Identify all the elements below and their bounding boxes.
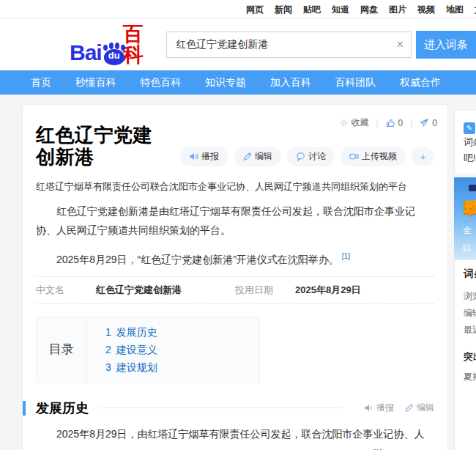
- pencil-icon: [404, 403, 414, 413]
- plus-icon: ＋: [418, 150, 428, 163]
- nav-miaodong[interactable]: 秒懂百科: [75, 76, 116, 89]
- section-edit-button[interactable]: 编辑: [404, 402, 434, 414]
- pencil-icon: [242, 152, 252, 161]
- logo-text-bai: Bai: [70, 40, 102, 65]
- reference-link[interactable]: [1]: [342, 252, 350, 260]
- collect-button[interactable]: ☆ 收藏: [340, 117, 369, 129]
- section-title: 发展历史: [36, 399, 89, 417]
- section-marker: [23, 401, 26, 416]
- promo-text: 吧!: [464, 152, 476, 163]
- main-area: ☆ 收藏 | 0 | 0 红色辽宁党建创新港: [0, 95, 476, 450]
- basic-info-value: 红色辽宁党建创新港: [96, 284, 182, 297]
- like-count: 0: [398, 118, 404, 128]
- divider: |: [410, 118, 412, 128]
- top-nav-netdisk[interactable]: 网盘: [360, 4, 378, 16]
- nav-home[interactable]: 首页: [31, 76, 51, 89]
- star-icon: ☆: [340, 117, 349, 128]
- nav-authority[interactable]: 权威合作: [400, 76, 441, 89]
- section-divider: [100, 407, 342, 408]
- top-nav: 网页 新闻 贴吧 知道 网盘 图片 视频 地图 文库: [246, 4, 476, 16]
- intro-paragraph-2: 2025年8月29日，“红色辽宁党建创新港”开港仪式在沈阳举办。[1]: [36, 247, 434, 269]
- share-count: 0: [432, 118, 437, 128]
- site-nav: 首页 秒懂百科 特色百科 知识专题 加入百科 百科团队 权威合作: [0, 70, 476, 95]
- baidu-paw-icon: du: [103, 43, 121, 65]
- top-nav-webpage[interactable]: 网页: [246, 4, 264, 16]
- entry-stats-card: 词条统计 浏览次数： 编辑次数： 最近更新： 突出贡献榜 夏期: [454, 259, 476, 450]
- search-input[interactable]: [167, 32, 410, 57]
- title-buttons: 播报 编辑 讨论: [180, 147, 434, 166]
- stats-row-views: 浏览次数：: [464, 288, 476, 305]
- divider: |: [376, 118, 378, 128]
- section-history-paragraph: 2025年8月29日，由红塔辽宁烟草有限责任公司发起，联合沈阳市企事业记协、人民…: [36, 424, 434, 450]
- stats-title: 词条统计: [464, 268, 476, 281]
- basic-info-label: 中文名: [36, 284, 96, 297]
- thumbs-up-icon: [386, 118, 395, 128]
- basic-info-item: 中文名 红色辽宁党建创新港: [36, 284, 235, 297]
- nav-join[interactable]: 加入百科: [270, 76, 311, 89]
- logo-text-baike: 百科: [123, 24, 155, 65]
- banner-headline: 攀: [463, 197, 476, 219]
- like-button[interactable]: 0: [386, 118, 404, 128]
- entry-summary: 红塔辽宁烟草有限责任公司联合沈阳市企事业记协、人民网辽宁频道共同组织策划的平台: [36, 180, 434, 194]
- nav-topics[interactable]: 知识专题: [205, 76, 246, 89]
- nav-featured[interactable]: 特色百科: [140, 76, 181, 89]
- section-broadcast-button[interactable]: 播报: [364, 402, 394, 414]
- add-button[interactable]: ＋: [412, 147, 434, 166]
- toc-item-significance[interactable]: 2建设意义: [105, 341, 157, 358]
- enter-entry-button[interactable]: 进入词条: [416, 31, 476, 59]
- top-nav-maps[interactable]: 地图: [446, 4, 464, 16]
- search-box: ×: [166, 32, 411, 58]
- speaker-icon: [189, 152, 198, 161]
- toc-item-planning[interactable]: 3建设规划: [105, 358, 157, 376]
- banner-subline: 全: [463, 224, 476, 237]
- entry-promo-card[interactable]: ✎ 词条 吧!: [454, 109, 476, 174]
- basic-info-label: 投用日期: [235, 284, 295, 297]
- basic-info-table: 中文名 红色辽宁党建创新港 投用日期 2025年8月29日: [36, 276, 434, 304]
- top-nav-zhidao[interactable]: 知道: [332, 4, 349, 16]
- discuss-button[interactable]: 讨论: [287, 147, 335, 166]
- contributors-title: 突出贡献榜: [464, 350, 476, 364]
- promo-text: 词条: [464, 136, 476, 147]
- table-of-contents: 目录 1发展历史 2建设意义 3建设规划: [36, 316, 260, 383]
- basic-info-value: 2025年8月29日: [295, 284, 361, 297]
- article-card: ☆ 收藏 | 0 | 0 红色辽宁党建创新港: [22, 104, 448, 450]
- contributor-username[interactable]: 夏期: [464, 371, 476, 383]
- intro-paragraph-1: 红色辽宁党建创新港是由红塔辽宁烟草有限责任公司发起，联合沈阳市企事业记协、人民网…: [36, 202, 434, 240]
- clear-search-icon[interactable]: ×: [396, 37, 403, 52]
- broadcast-button[interactable]: 播报: [180, 147, 228, 166]
- top-nav-video[interactable]: 视频: [417, 4, 435, 16]
- banner-subline: 以: [463, 241, 476, 254]
- share-icon: [420, 118, 429, 128]
- upload-video-button[interactable]: 上传视频: [341, 147, 406, 166]
- video-camera-icon: [349, 152, 359, 161]
- toc-list: 1发展历史 2建设意义 3建设规划: [86, 317, 157, 383]
- chat-bubble-icon: [296, 152, 305, 161]
- title-row: 红色辽宁党建创新港 播报 编辑: [36, 124, 434, 168]
- toc-title: 目录: [37, 317, 86, 383]
- header: Bai du 百科 × 进入词条: [0, 19, 476, 70]
- stats-row-edits: 编辑次数：: [464, 305, 476, 322]
- speaker-icon: [364, 403, 373, 413]
- top-nav-news[interactable]: 新闻: [275, 4, 292, 16]
- edit-button[interactable]: 编辑: [234, 147, 281, 166]
- top-nav-tieba[interactable]: 贴吧: [303, 4, 321, 16]
- toc-item-history[interactable]: 1发展历史: [105, 323, 157, 341]
- page-title: 红色辽宁党建创新港: [36, 124, 171, 168]
- edit-pencil-icon: ✎: [464, 122, 475, 134]
- share-button[interactable]: 0: [420, 118, 437, 128]
- banner-brand-graphic: [469, 185, 476, 191]
- nav-team[interactable]: 百科团队: [335, 76, 376, 89]
- section-header-history: 发展历史 播报 编辑: [23, 399, 434, 417]
- stats-row-updated: 最近更新：: [464, 322, 476, 339]
- top-bar: 网页 新闻 贴吧 知道 网盘 图片 视频 地图 文库: [0, 0, 476, 19]
- article-actions: ☆ 收藏 | 0 | 0: [340, 117, 437, 129]
- baidu-baike-logo[interactable]: Bai du 百科: [70, 24, 155, 65]
- promo-banner[interactable]: 攀 全 以: [454, 177, 476, 259]
- basic-info-item: 投用日期 2025年8月29日: [235, 284, 434, 297]
- top-nav-images[interactable]: 图片: [389, 4, 406, 16]
